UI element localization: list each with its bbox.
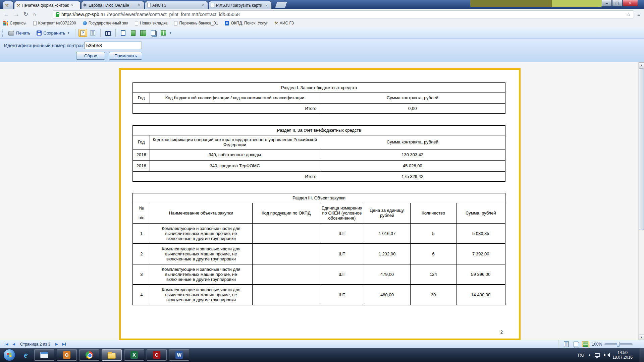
url-input[interactable]: https://new.gz-spb.ru /report/viewer/nam… (53, 10, 634, 18)
outlook-icon: O (63, 351, 70, 359)
page-number: 2 (500, 329, 503, 335)
tab-ais-gz[interactable]: АИС ГЗ × (145, 1, 208, 9)
vertical-scrollbar[interactable]: ▲ ▼ (638, 62, 644, 340)
reset-button[interactable]: Сброс (76, 52, 105, 60)
bookmark-goszakaz[interactable]: Государственный зак (83, 21, 128, 25)
taskbar-app-outlook[interactable]: O (57, 349, 77, 361)
pages-grid-icon (161, 30, 166, 36)
col-unit: Единица измерения по ОКЕИ (условное обоз… (320, 203, 364, 223)
zoom-page-width-button[interactable] (572, 341, 580, 347)
taskbar-app-word[interactable]: W (169, 349, 189, 361)
cell-price: 480,00 (364, 285, 410, 305)
cell-unit: ШТ (320, 285, 364, 305)
cell-sum: 14 400,00 (457, 285, 505, 305)
tab-print-form[interactable]: ⚒ Печатная форма контрак × (14, 1, 80, 9)
print-button[interactable]: Печать (6, 29, 33, 37)
col-year: Год (133, 93, 150, 103)
pinned-tab[interactable]: ⚒ (3, 1, 13, 9)
zoom-slider[interactable] (604, 343, 633, 345)
chevron-down-icon[interactable]: ▼ (169, 32, 172, 35)
total-row: Итого 0,00 (133, 103, 505, 113)
tab-close-icon[interactable]: × (70, 3, 74, 8)
tab-close-icon[interactable]: × (137, 3, 141, 8)
previous-page-button[interactable]: ◀ (10, 341, 17, 347)
scrollbar-thumb[interactable] (639, 68, 644, 230)
total-label: Итого (133, 171, 320, 182)
contract-id-input[interactable] (84, 42, 142, 49)
two-pages-icon (140, 30, 146, 36)
taskbar-app-chrome[interactable] (79, 349, 99, 361)
start-button[interactable] (3, 349, 15, 361)
last-page-button[interactable]: ▶ (60, 341, 68, 347)
bookmarks-panel-button[interactable] (89, 29, 97, 37)
bookmark-star-icon[interactable]: ☆ (627, 11, 631, 17)
table-row: 2 Комплектующие и запасные части для выч… (133, 244, 505, 264)
tray-time: 14:50 (612, 350, 633, 355)
hidden-icons-icon[interactable]: ▲ (588, 353, 591, 357)
back-icon[interactable]: ← (3, 11, 9, 18)
first-page-button[interactable]: ◀ (3, 341, 10, 347)
next-page-button[interactable]: ▶ (53, 341, 60, 347)
taskbar-app-window[interactable] (34, 349, 54, 361)
show-desktop-button[interactable] (640, 348, 644, 362)
bookmark-services[interactable]: Сервисы (3, 21, 26, 25)
tab-pixs[interactable]: PiXS.ru / загрузить карти × (209, 1, 272, 9)
save-button[interactable]: Сохранить ▼ (34, 29, 72, 37)
view-continuous-button[interactable] (149, 29, 158, 37)
url-host: https://new.gz-spb.ru (61, 12, 105, 17)
scroll-down-icon[interactable]: ▼ (639, 335, 644, 340)
cell-okpd (252, 244, 320, 264)
minimize-button[interactable]: – (602, 0, 612, 6)
zoom-slider-thumb[interactable] (617, 342, 620, 347)
forward-icon[interactable]: → (13, 11, 19, 18)
tab-close-icon[interactable]: × (201, 3, 205, 8)
find-button[interactable] (104, 29, 112, 37)
bookmark-newtab[interactable]: Новая вкладка (135, 21, 168, 25)
maximize-button[interactable]: ▢ (612, 0, 622, 6)
scroll-up-icon[interactable]: ▲ (639, 62, 644, 68)
bookmark-ais-gz[interactable]: ⚒ АИС ГЗ (274, 21, 294, 25)
tab-close-icon[interactable]: × (265, 3, 268, 8)
taskbar: e O X C W RU ▲ 14:50 18.07.2016 (0, 348, 644, 362)
taskbar-ie-icon[interactable]: e (20, 349, 32, 361)
view-single-page-button[interactable] (119, 29, 127, 37)
display-icon[interactable] (595, 353, 600, 357)
close-button[interactable]: × (623, 0, 638, 6)
table-row: 1 Комплектующие и запасные части для выч… (133, 223, 505, 244)
bookmark-banks[interactable]: Перечень банков_01 (174, 21, 218, 25)
section3-title: Раздел III. Объект закупки (133, 193, 505, 203)
view-two-pages-button[interactable] (139, 29, 148, 37)
parameters-panel: Идентификационный номер контракта Сброс … (0, 39, 644, 62)
clock[interactable]: 14:50 18.07.2016 (612, 350, 633, 360)
new-tab-button[interactable] (275, 2, 287, 8)
taskbar-app-excel[interactable]: X (124, 349, 144, 361)
view-whole-page-button[interactable] (129, 29, 138, 37)
total-row: Итого 175 329,42 (133, 171, 505, 182)
bookmark-contract[interactable]: Контракт №0372200 (33, 21, 76, 25)
refresh-icon[interactable]: ↻ (23, 11, 28, 18)
zoom-multi-page-button[interactable] (582, 341, 589, 347)
cell-sum: 5 080,35 (457, 223, 505, 244)
parameters-toggle-button[interactable]: ? (78, 29, 87, 37)
page-view-icon (121, 30, 125, 36)
col-code: Код бюджетной классификации / код эконом… (150, 93, 320, 103)
cell-price: 1 232,00 (364, 244, 410, 264)
taskbar-app-red[interactable]: C (147, 349, 167, 361)
table-header-row: Год Код классификации операций сектора г… (133, 135, 505, 149)
home-icon[interactable]: ⌂ (33, 11, 36, 18)
view-multiple-pages-button[interactable] (159, 29, 168, 37)
taskbar-app-explorer[interactable] (102, 349, 122, 361)
volume-icon[interactable] (604, 354, 605, 356)
gavel-icon: ⚒ (5, 3, 9, 7)
bookmark-okpd[interactable]: K ОКПД. Поиск: Услуг (225, 21, 268, 25)
col-num: № п/п (133, 203, 150, 223)
cell-qty: 30 (410, 285, 457, 305)
word-icon: W (175, 351, 183, 359)
cell-code: 340, средства ТерФОМС (150, 160, 320, 171)
tab-europa-plus[interactable]: Европа Плюс Онлайн × (81, 1, 144, 9)
browser-menu-icon[interactable]: ≡ (635, 11, 642, 18)
apply-button[interactable]: Применить (109, 52, 142, 60)
page-indicator: Страница 2 из 3 (20, 342, 50, 347)
language-indicator[interactable]: RU (578, 353, 584, 358)
zoom-one-page-button[interactable] (562, 341, 570, 347)
